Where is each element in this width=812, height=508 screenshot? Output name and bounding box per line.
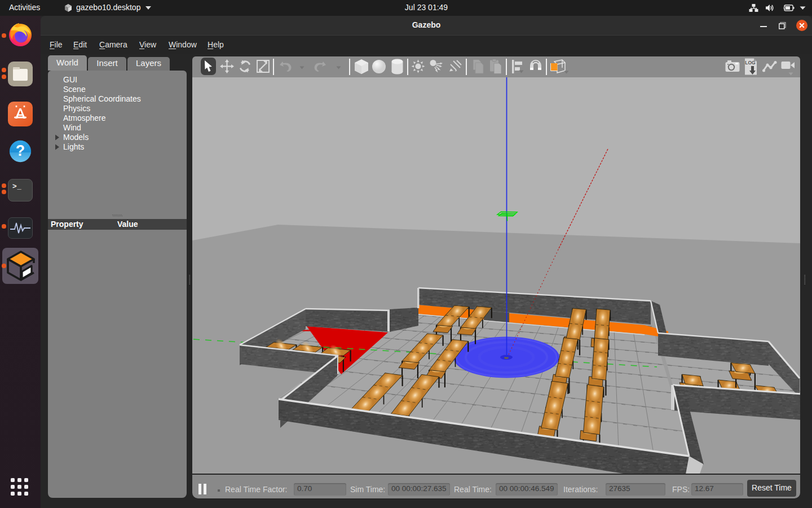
svg-text:?: ? — [16, 142, 25, 159]
svg-text:LOG: LOG — [745, 60, 756, 65]
